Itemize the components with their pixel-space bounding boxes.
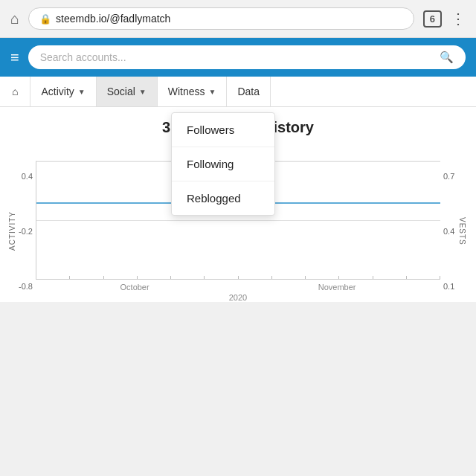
hamburger-icon[interactable]: ≡ [10,49,19,66]
tick [339,276,373,279]
tab-witness-caret: ▼ [209,88,216,96]
y-axis-right-values: 0.7 0.4 0.1 [440,172,454,291]
home-tab-icon: ⌂ [12,86,18,97]
y-right-val-1: 0.4 [443,227,454,236]
tick [239,276,272,279]
y-left-val-0: 0.4 [19,172,33,181]
y-right-val-2: 0.1 [443,282,454,291]
tab-witness[interactable]: Witness ▼ [158,77,228,106]
browser-home-icon[interactable]: ⌂ [10,10,19,28]
tick [407,276,440,279]
tab-home[interactable]: ⌂ [0,77,30,106]
search-icon: 🔍 [440,51,454,64]
x-axis-labels: October November [36,283,440,292]
tab-social-label: Social [107,86,135,97]
y-axis-left-container: ACTIVITY 0.4 -0.2 -0.8 [6,161,36,302]
address-text: steemdb.io/@fadlymatch [56,13,403,25]
y-left-val-2: -0.8 [19,282,33,291]
gridline-mid [36,220,440,221]
tick [171,276,205,279]
x-label-october: October [120,283,149,292]
tab-activity-caret: ▼ [78,88,86,96]
tab-social[interactable]: Social ▼ [97,77,158,106]
tick [205,276,238,279]
tab-activity[interactable]: Activity ▼ [30,77,96,106]
tick [104,276,138,279]
browser-chrome: ⌂ 🔒 steemdb.io/@fadlymatch 6 ⋮ [0,0,476,38]
tick [306,276,339,279]
tick-row [36,276,440,279]
y-right-val-0: 0.7 [443,172,454,181]
tick [373,276,407,279]
tab-activity-label: Activity [41,86,74,97]
address-bar[interactable]: 🔒 steemdb.io/@fadlymatch [28,7,414,30]
social-dropdown: Followers Following Reblogged [171,112,275,216]
search-placeholder: Search accounts... [40,51,434,63]
search-bar[interactable]: Search accounts... 🔍 [28,45,466,69]
lock-icon: 🔒 [39,13,51,25]
y-left-val-1: -0.2 [19,227,33,236]
tab-social-caret: ▼ [139,88,147,96]
dropdown-item-following[interactable]: Following [172,147,274,181]
x-label-november: November [318,283,356,292]
y-axis-left-label: ACTIVITY [8,211,16,251]
tick [70,276,103,279]
dropdown-item-followers[interactable]: Followers [172,113,274,147]
tab-data-label: Data [237,86,260,97]
x-year-label: 2020 [36,293,440,302]
tick [138,276,171,279]
tab-data[interactable]: Data [227,77,271,106]
tab-witness-label: Witness [168,86,205,97]
y-axis-right-container: 0.7 0.4 0.1 VESTS [440,161,470,302]
y-axis-right-label: VESTS [458,217,466,245]
main-content: ⌂ Activity ▼ Social ▼ Witness ▼ Data 30-… [0,77,476,302]
dropdown-item-reblogged[interactable]: Reblogged [172,181,274,215]
browser-menu-icon[interactable]: ⋮ [451,10,466,28]
nav-bar: ≡ Search accounts... 🔍 [0,38,476,77]
tick [272,276,306,279]
tab-bar: ⌂ Activity ▼ Social ▼ Witness ▼ Data [0,77,476,107]
y-axis-left-values: 0.4 -0.2 -0.8 [19,172,36,291]
tick [36,276,70,279]
tab-count[interactable]: 6 [423,10,442,28]
tick-container [36,276,440,279]
